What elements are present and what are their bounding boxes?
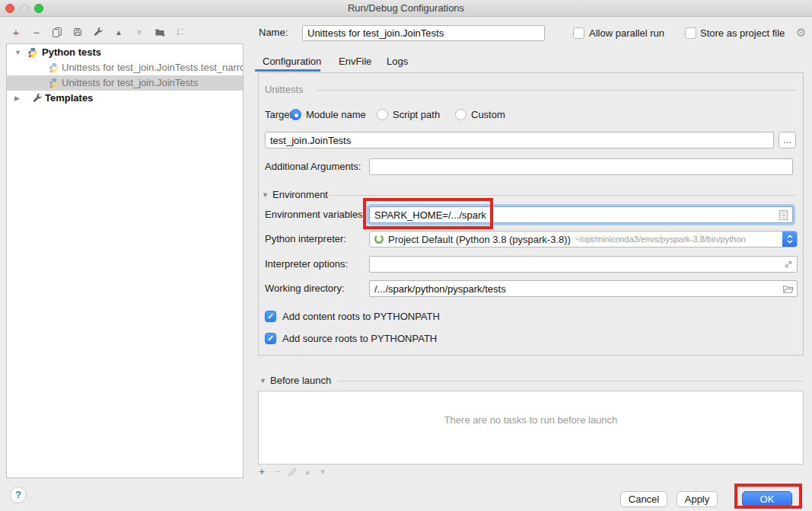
python-interpreter-select[interactable]: Project Default (Python 3.8 (pyspark-3.8… xyxy=(369,231,798,248)
browse-env-variables-icon[interactable] xyxy=(778,209,789,221)
browse-module-button[interactable]: ... xyxy=(779,132,796,149)
python-tests-icon xyxy=(27,47,38,58)
tree-item-python-tests[interactable]: ▼ Python tests xyxy=(7,45,243,60)
active-tab-underline xyxy=(255,69,320,72)
copy-configuration-button[interactable] xyxy=(50,25,64,39)
chevron-right-icon[interactable]: ▶ xyxy=(14,91,20,106)
move-up-button[interactable]: ▲ xyxy=(112,25,126,39)
tree-item-templates[interactable]: ▶ Templates xyxy=(7,91,243,106)
add-source-roots-label: Add source roots to PYTHONPATH xyxy=(282,332,437,346)
templates-wrench-icon xyxy=(32,93,43,104)
module-name-input[interactable]: test_join.JoinTests xyxy=(265,132,774,149)
expand-field-icon[interactable] xyxy=(783,259,794,270)
python-test-icon xyxy=(49,78,59,88)
before-launch-toolbar: + − ▲ ▼ xyxy=(256,465,329,477)
allow-parallel-run-checkbox[interactable] xyxy=(573,27,584,39)
pencil-icon xyxy=(288,467,298,477)
target-script-path-label: Script path xyxy=(393,108,440,122)
edit-task-button[interactable] xyxy=(286,465,298,477)
environment-variables-input[interactable]: SPARK_HOME=/.../spark xyxy=(369,206,793,223)
add-icon: + xyxy=(259,465,265,477)
ok-button[interactable]: OK xyxy=(742,491,792,507)
additional-arguments-input[interactable] xyxy=(369,158,793,175)
target-custom-label: Custom xyxy=(471,108,505,122)
check-icon: ✓ xyxy=(267,311,274,321)
remove-icon: − xyxy=(274,465,280,477)
new-folder-button[interactable] xyxy=(153,25,167,39)
additional-arguments-label: Additional Arguments: xyxy=(265,160,361,174)
move-down-button[interactable]: ▼ xyxy=(132,25,146,39)
move-task-up-button[interactable]: ▲ xyxy=(301,465,314,477)
section-divider xyxy=(317,90,796,91)
add-source-roots-checkbox[interactable]: ✓ xyxy=(265,333,276,344)
working-directory-input[interactable]: /.../spark/python/pyspark/tests xyxy=(369,280,798,297)
python-test-icon xyxy=(49,62,59,73)
target-script-path-radio[interactable] xyxy=(377,109,388,120)
environment-variables-value: SPARK_HOME=/.../spark xyxy=(374,209,486,221)
move-up-icon: ▲ xyxy=(304,468,311,476)
tab-logs[interactable]: Logs xyxy=(387,54,408,69)
copy-icon xyxy=(52,27,62,37)
tree-item-test-narrow[interactable]: Unittests for test_join.JoinTests.test_n… xyxy=(7,60,243,75)
tree-item-label: Python tests xyxy=(42,45,101,60)
tree-item-label: Unittests for test_join.JoinTests.test_n… xyxy=(62,60,243,75)
store-as-project-file-label: Store as project file xyxy=(700,27,785,40)
collapse-environment-icon[interactable]: ▼ xyxy=(262,191,269,199)
save-icon xyxy=(72,27,83,37)
before-launch-section-label: Before launch xyxy=(270,374,331,388)
apply-button[interactable]: Apply xyxy=(677,491,718,507)
cancel-button[interactable]: Cancel xyxy=(620,491,667,507)
unittests-section-label: Unittests xyxy=(265,83,304,97)
gear-icon[interactable]: ⚙ xyxy=(796,26,806,40)
add-configuration-button[interactable]: + xyxy=(9,25,23,39)
help-button[interactable]: ? xyxy=(10,487,27,503)
save-configuration-button[interactable] xyxy=(71,25,84,39)
target-module-name-label: Module name xyxy=(306,108,366,122)
add-content-roots-checkbox[interactable]: ✓ xyxy=(265,311,276,322)
interpreter-options-label: Interpreter options: xyxy=(265,257,348,271)
name-label: Name: xyxy=(259,26,288,40)
module-name-value: test_join.JoinTests xyxy=(270,135,351,146)
python-interpreter-label: Python interpreter: xyxy=(265,232,346,246)
allow-parallel-run-label: Allow parallel run xyxy=(589,27,664,40)
before-launch-empty-text: There are no tasks to run before launch xyxy=(259,414,803,426)
collapse-before-launch-icon[interactable]: ▼ xyxy=(260,377,266,385)
window-title: Run/Debug Configurations xyxy=(0,2,812,14)
move-task-down-button[interactable]: ▼ xyxy=(317,465,329,477)
remove-icon: − xyxy=(33,26,40,39)
remove-configuration-button[interactable]: − xyxy=(30,25,43,39)
python-interpreter-path: ~/opt/miniconda3/envs/pyspark-3.8/bin/py… xyxy=(575,235,746,244)
conda-environment-icon xyxy=(374,234,384,244)
titlebar: Run/Debug Configurations xyxy=(0,0,812,17)
tab-envfile[interactable]: EnvFile xyxy=(339,54,371,69)
remove-task-button[interactable]: − xyxy=(271,465,283,477)
configurations-toolbar: + − ▲ ▼ xyxy=(9,24,187,40)
add-task-button[interactable]: + xyxy=(256,465,268,477)
configurations-tree: ▼ Python tests Unittests for test_join.J… xyxy=(6,43,244,478)
dropdown-chevrons-icon[interactable] xyxy=(782,231,798,248)
add-content-roots-label: Add content roots to PYTHONPATH xyxy=(282,310,440,324)
store-as-project-file-checkbox[interactable] xyxy=(685,27,696,39)
tree-item-jointests-selected[interactable]: Unittests for test_join.JoinTests xyxy=(7,75,243,91)
section-divider xyxy=(329,195,796,196)
move-down-icon: ▼ xyxy=(135,28,143,37)
chevron-down-icon[interactable]: ▼ xyxy=(14,45,21,60)
folder-icon[interactable] xyxy=(782,283,794,295)
edit-templates-button[interactable] xyxy=(91,25,105,39)
tree-item-label: Unittests for test_join.JoinTests xyxy=(62,75,198,91)
help-icon: ? xyxy=(15,489,21,500)
tree-item-label: Templates xyxy=(45,91,93,106)
tab-configuration[interactable]: Configuration xyxy=(263,54,321,69)
sort-alphabetically-icon xyxy=(175,27,186,37)
sort-configurations-button[interactable] xyxy=(174,25,187,39)
add-icon: + xyxy=(13,26,20,39)
interpreter-options-input[interactable] xyxy=(369,256,798,273)
name-input[interactable]: Unittests for test_join.JoinTests xyxy=(302,25,545,41)
check-icon: ✓ xyxy=(267,334,274,343)
before-launch-task-list: There are no tasks to run before launch xyxy=(258,391,804,465)
target-module-name-radio[interactable] xyxy=(290,109,301,120)
section-divider xyxy=(338,381,804,382)
configuration-panel: Unittests Target: Module name Script pat… xyxy=(258,72,804,356)
run-debug-configurations-dialog: Run/Debug Configurations + − ▲ ▼ ▼ Pytho… xyxy=(0,0,812,511)
target-custom-radio[interactable] xyxy=(455,109,467,120)
